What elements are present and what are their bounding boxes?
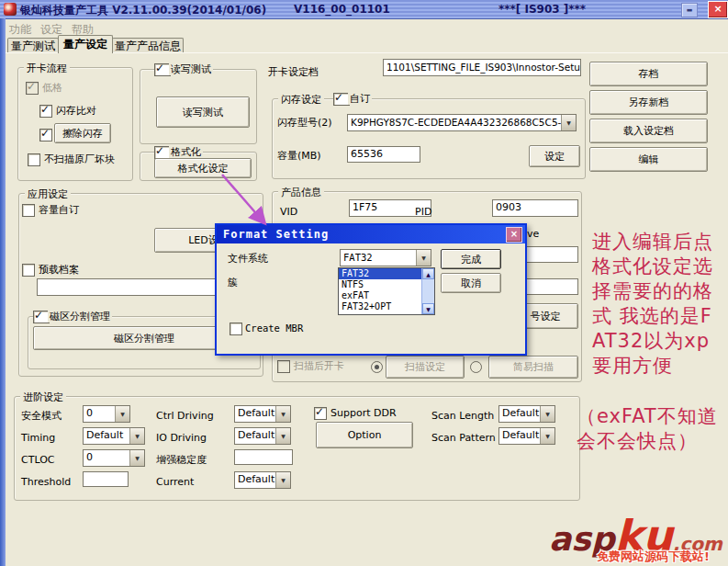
app-setting-title: 应用设定 [25,187,71,201]
scan-pattern-value: Default [502,429,540,442]
tab-baseline [6,52,728,53]
no-scan-bad-label: 不扫描原厂坏块 [44,153,115,165]
io-driving-select[interactable]: Default ▼ [234,427,291,445]
annotation-arrow [209,171,278,228]
scroll-down-icon[interactable]: ▼ [422,303,434,314]
filesystem-label: 文件系统 [228,253,268,265]
tab-production-test[interactable]: 量产测试 [7,38,59,53]
erase-flash-checkbox[interactable]: ✓ [39,129,52,142]
check-icon: ✓ [40,127,50,140]
list-scrollbar[interactable]: ▲ ▼ [421,268,434,314]
ctrl-driving-select[interactable]: Default ▼ [234,405,291,423]
menu-function[interactable]: 功能 [9,22,31,38]
list-item-exfat[interactable]: exFAT [339,290,422,301]
cancel-button[interactable]: 取消 [441,273,501,293]
check-icon: ✓ [155,144,164,157]
chevron-down-icon[interactable]: ▼ [540,428,554,444]
safe-mode-value: 0 [86,407,115,420]
stability-field[interactable] [234,449,293,465]
chevron-down-icon[interactable]: ▼ [275,428,290,444]
low-format-checkbox[interactable]: ✓ [26,82,39,95]
preload-checkbox[interactable] [22,264,35,277]
scan-pattern-label: Scan Pattern [431,432,496,444]
format-label: 格式化 [169,146,203,158]
capacity-label: 容量(MB) [277,150,321,162]
hidden-field-1[interactable] [525,246,578,263]
threshold-field[interactable] [83,471,129,487]
easy-scan-radio[interactable] [470,361,482,373]
flash-compare-checkbox[interactable]: ✓ [39,105,52,118]
timing-label: Timing [21,432,55,444]
setting-file-label: 开卡设定档 [268,66,319,78]
setting-file-field[interactable]: 1101\SETTING_FILE_IS903\Innostor-Setup.i… [383,59,581,76]
timing-value: Default [86,429,129,442]
filesystem-select[interactable]: FAT32 ▼ [340,249,431,266]
chevron-down-icon[interactable]: ▼ [115,406,129,422]
flash-compare-label: 闪存比对 [56,105,96,117]
dialog-title: Format Setting [223,228,329,241]
filesystem-value: FAT32 [343,251,416,264]
scan-setting-button[interactable]: 扫描设定 [386,356,465,379]
easy-scan-button[interactable]: 简易扫描 [488,356,578,379]
support-ddr-checkbox[interactable]: ✓ [314,407,327,420]
preload-label: 预载档案 [39,264,79,276]
ok-button[interactable]: 完成 [441,249,501,269]
timing-select[interactable]: Default ▼ [83,427,145,445]
flash-model-label: 闪存型号(2) [277,117,332,129]
app-icon [4,3,17,16]
list-item-fat32opt[interactable]: FAT32+OPT [339,301,422,312]
current-select[interactable]: Default ▼ [234,471,291,489]
capacity-field[interactable]: 65536 [347,146,420,163]
chevron-down-icon[interactable]: ▼ [561,115,576,130]
rw-test-button[interactable]: 读写测试 [156,96,250,128]
close-button[interactable]: × [708,1,728,18]
tab-product-info[interactable]: 量产产品信息 [112,38,184,53]
create-mbr-label: Create MBR [245,323,303,334]
erase-flash-button[interactable]: 擦除闪存 [54,123,111,143]
save-button[interactable]: 存档 [589,62,708,86]
stability-label: 增强稳定度 [156,454,207,466]
cluster-label: 簇 [228,277,238,289]
chevron-down-icon[interactable]: ▼ [129,428,144,444]
set-button[interactable]: 设定 [529,145,580,167]
check-icon: ✓ [34,309,43,322]
titlebar: 银灿科技量产工具 V2.11.00.39(2014/01/06) V116_00… [0,0,728,19]
scroll-up-icon[interactable]: ▲ [422,268,434,279]
edit-button[interactable]: 编辑 [589,147,708,172]
chevron-down-icon[interactable]: ▼ [275,406,290,422]
capacity-custom-checkbox[interactable] [22,204,35,217]
chevron-down-icon[interactable]: ▼ [416,250,431,266]
annotation-note-1: 进入编辑后点格式化设定选择需要的的格式 我选的是FAT32以为xp要用方便 [592,230,722,379]
hidden-field-2[interactable] [525,278,578,295]
no-scan-bad-checkbox[interactable] [28,153,40,166]
scan-pattern-select[interactable]: Default ▼ [498,427,555,445]
list-item-fat32[interactable]: FAT32 [339,268,422,279]
product-info-title: 产品信息 [278,186,324,199]
dialog-titlebar: Format Setting [217,225,525,243]
partition-label: 磁区分割管理 [48,311,112,323]
chevron-down-icon[interactable]: ▼ [129,450,144,466]
capacity-custom-label: 容量自订 [39,204,79,216]
support-ddr-label: Support DDR [330,407,397,419]
save-as-button[interactable]: 另存新档 [589,90,708,115]
tab-production-setting[interactable]: 量产设定 [58,35,113,53]
threshold-label: Threshold [21,476,71,488]
create-mbr-checkbox[interactable] [230,323,242,335]
check-icon: ✓ [155,62,164,74]
scan-length-select[interactable]: Default ▼ [498,405,555,423]
annotation-note-2: （exFAT不知道会不会快点） [577,404,722,454]
scan-after-checkbox[interactable] [277,360,290,373]
minimize-button[interactable]: ▬ [681,3,698,17]
ctloc-select[interactable]: 0 ▼ [83,449,145,467]
check-icon: ✓ [27,80,36,93]
flash-model-select[interactable]: K9PHGY8S7C-ECDEDEA4A432326868C5C5-8 ▼ [347,114,577,131]
chevron-down-icon[interactable]: ▼ [540,406,554,422]
pid-field[interactable]: 0903 [492,199,578,217]
list-item-ntfs[interactable]: NTFS [339,279,422,290]
dialog-close-button[interactable]: × [506,227,522,243]
option-button[interactable]: Option [316,422,413,448]
chevron-down-icon[interactable]: ▼ [275,472,290,488]
scan-setting-radio[interactable] [371,361,383,373]
safe-mode-select[interactable]: 0 ▼ [83,405,130,423]
load-setting-button[interactable]: 载入设定档 [589,119,708,143]
